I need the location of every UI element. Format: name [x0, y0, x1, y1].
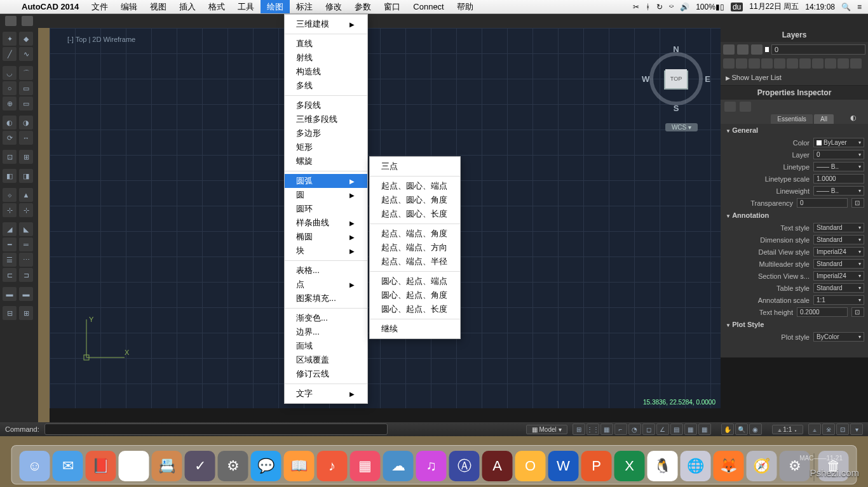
dock-app[interactable]: 🐧: [648, 451, 678, 481]
property-value[interactable]: Standard: [813, 259, 864, 269]
menu-item[interactable]: 区域覆盖: [285, 353, 367, 367]
menu-item[interactable]: 起点、端点、半径: [370, 255, 460, 269]
menu-item[interactable]: 圆心、起点、长度: [370, 302, 460, 316]
menu-item[interactable]: 圆心、起点、角度: [370, 288, 460, 302]
layer-current-input[interactable]: [771, 44, 865, 55]
tool-button[interactable]: ☰: [3, 253, 17, 267]
menu-插入[interactable]: 插入: [173, 0, 202, 13]
layer-tool-button[interactable]: [761, 58, 773, 69]
tool-button[interactable]: ⊡: [3, 150, 17, 164]
tab-essentials[interactable]: Essentials: [771, 114, 813, 124]
tool-button[interactable]: ═: [19, 237, 33, 251]
property-value[interactable]: 0: [797, 198, 848, 208]
menu-编辑[interactable]: 编辑: [114, 0, 144, 13]
tool-button[interactable]: ▲: [19, 188, 33, 202]
tab-all[interactable]: All: [814, 114, 834, 124]
props-icon[interactable]: [740, 102, 751, 112]
menu-item[interactable]: 图案填充...: [285, 291, 367, 305]
menu-item[interactable]: 圆心、起点、端点: [370, 274, 460, 288]
dock-app[interactable]: ✓: [185, 451, 215, 481]
dock-app[interactable]: 💬: [251, 451, 281, 481]
tool-button[interactable]: ✦: [3, 32, 17, 46]
dock-app[interactable]: W: [548, 451, 579, 481]
tool-button[interactable]: ⊞: [19, 306, 33, 320]
annotation-scale[interactable]: ⟁ 1:1 ▾: [772, 425, 803, 434]
menu-item[interactable]: 渐变色...: [285, 311, 367, 325]
layer-tool-button[interactable]: [850, 58, 862, 69]
layer-tool-button[interactable]: [749, 58, 760, 69]
menu-item[interactable]: 三维多段线: [285, 112, 367, 126]
tool-button[interactable]: ⊏: [3, 268, 17, 282]
model-space-button[interactable]: ▦ Model ▾: [526, 425, 567, 434]
menu-窗口[interactable]: 窗口: [377, 0, 407, 13]
sync-icon[interactable]: ↻: [656, 3, 663, 11]
menu-item[interactable]: 继续: [370, 322, 460, 336]
status-button[interactable]: ▾: [850, 424, 863, 435]
tool-button[interactable]: ▭: [19, 81, 33, 95]
wifi-icon[interactable]: ⌔: [669, 3, 674, 11]
menu-item[interactable]: 点▶: [285, 277, 367, 291]
layer-tool-button[interactable]: [799, 58, 811, 69]
status-button[interactable]: ※: [822, 424, 835, 435]
property-value[interactable]: 1.0000: [813, 174, 864, 183]
scissors-icon[interactable]: ✂: [633, 3, 639, 11]
menu-修改[interactable]: 修改: [319, 0, 348, 13]
menu-item[interactable]: 圆环: [285, 202, 367, 216]
layer-tool-button[interactable]: [825, 58, 836, 69]
tool-button[interactable]: ◢: [3, 222, 17, 236]
property-value[interactable]: 1:1: [813, 295, 864, 305]
layer-tool-button[interactable]: [812, 58, 824, 69]
app-name[interactable]: AutoCAD 2014: [15, 2, 85, 11]
status-button[interactable]: ⋮⋮: [587, 424, 599, 435]
viewport-label[interactable]: [-] Top | 2D Wireframe: [67, 36, 135, 43]
layer-button[interactable]: [737, 44, 749, 55]
dock-app[interactable]: ♪: [317, 451, 348, 481]
menu-item[interactable]: 射线: [285, 51, 367, 65]
props-picker-icon[interactable]: ◐: [850, 114, 862, 124]
viewcube-south[interactable]: S: [674, 103, 679, 113]
tool-button[interactable]: ⟐: [3, 188, 17, 202]
status-button[interactable]: ◔: [628, 424, 641, 435]
status-button[interactable]: ▤: [670, 424, 683, 435]
status-button[interactable]: ◻: [642, 424, 655, 435]
layer-button[interactable]: [751, 44, 763, 55]
tool-button[interactable]: ◧: [3, 169, 17, 183]
status-button[interactable]: ⊞: [573, 424, 585, 435]
layer-tool-button[interactable]: [723, 58, 735, 69]
menu-item[interactable]: 起点、端点、方向: [370, 241, 460, 255]
tool-button[interactable]: ○: [3, 81, 17, 95]
tool-button[interactable]: ⊟: [3, 306, 17, 320]
menu-格式[interactable]: 格式: [202, 0, 231, 13]
tool-button[interactable]: ◡: [3, 66, 17, 80]
property-value[interactable]: Imperial24: [813, 271, 864, 281]
dock-app[interactable]: 📖: [284, 451, 315, 481]
dock-app[interactable]: ☺: [20, 451, 50, 481]
menu-item[interactable]: 椭圆▶: [285, 230, 367, 244]
tool-button[interactable]: ⋯: [19, 253, 33, 267]
menu-item[interactable]: 起点、圆心、角度: [370, 193, 460, 207]
dock-app[interactable]: O: [515, 451, 546, 481]
status-button[interactable]: ⊡: [836, 424, 849, 435]
dock-app[interactable]: 🌐: [681, 451, 711, 481]
property-value[interactable]: 0: [813, 150, 864, 159]
menu-item[interactable]: 边界...: [285, 325, 367, 339]
menu-视图[interactable]: 视图: [144, 0, 173, 13]
tool-button[interactable]: ◆: [19, 32, 33, 46]
tool-button[interactable]: ▭: [19, 97, 33, 110]
menu-item[interactable]: 三维建模▶: [285, 17, 367, 31]
tool-button[interactable]: ━: [3, 237, 17, 251]
menu-item[interactable]: 修订云线: [285, 367, 367, 381]
layer-tool-button[interactable]: [787, 58, 798, 69]
menu-参数[interactable]: 参数: [348, 0, 377, 13]
dock-app[interactable]: ♫: [416, 451, 447, 481]
zoom-button[interactable]: 🔍: [735, 424, 748, 435]
property-value[interactable]: —— B..: [813, 162, 864, 171]
property-extra-button[interactable]: ⊡: [851, 307, 864, 317]
tool-button[interactable]: ◐: [3, 116, 17, 130]
dock-app[interactable]: P: [581, 451, 612, 481]
menu-item[interactable]: 起点、端点、角度: [370, 227, 460, 241]
menu-item[interactable]: 表格...: [285, 264, 367, 277]
layer-tool-button[interactable]: [774, 58, 785, 69]
dock-app[interactable]: ⚙: [218, 451, 248, 481]
dock-app[interactable]: 📕: [86, 451, 116, 481]
